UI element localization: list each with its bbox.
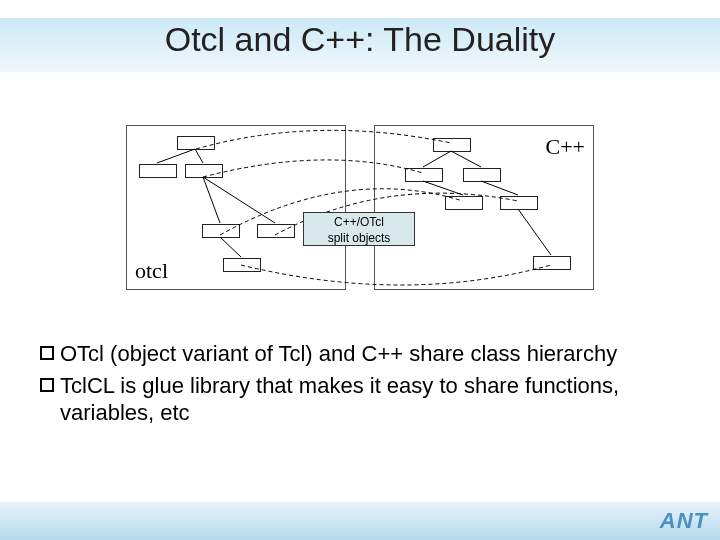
svg-line-5: [423, 151, 451, 167]
midbox-line1: C++/OTcl: [304, 215, 414, 231]
bottom-decorative-band: [0, 502, 720, 540]
svg-line-8: [481, 181, 518, 195]
duality-diagram: otcl C++ C++: [126, 125, 596, 335]
svg-line-3: [203, 177, 275, 223]
midbox-line2: split objects: [304, 231, 414, 247]
list-item: OTcl (object variant of Tcl) and C++ sha…: [40, 340, 680, 368]
square-bullet-icon: [40, 378, 54, 392]
slide-title: Otcl and C++: The Duality: [0, 20, 720, 59]
svg-line-0: [157, 149, 195, 163]
bullet-text: OTcl (object variant of Tcl) and C++ sha…: [60, 340, 617, 368]
bullet-list: OTcl (object variant of Tcl) and C++ sha…: [40, 340, 680, 431]
square-bullet-icon: [40, 346, 54, 360]
split-objects-box: C++/OTcl split objects: [303, 212, 415, 246]
footer-logo: ANT: [660, 508, 708, 534]
svg-line-2: [203, 177, 220, 223]
svg-line-6: [451, 151, 481, 167]
bullet-text: TclCL is glue library that makes it easy…: [60, 372, 680, 427]
list-item: TclCL is glue library that makes it easy…: [40, 372, 680, 427]
svg-line-1: [195, 149, 203, 163]
svg-line-9: [518, 209, 551, 255]
svg-line-4: [220, 237, 241, 257]
